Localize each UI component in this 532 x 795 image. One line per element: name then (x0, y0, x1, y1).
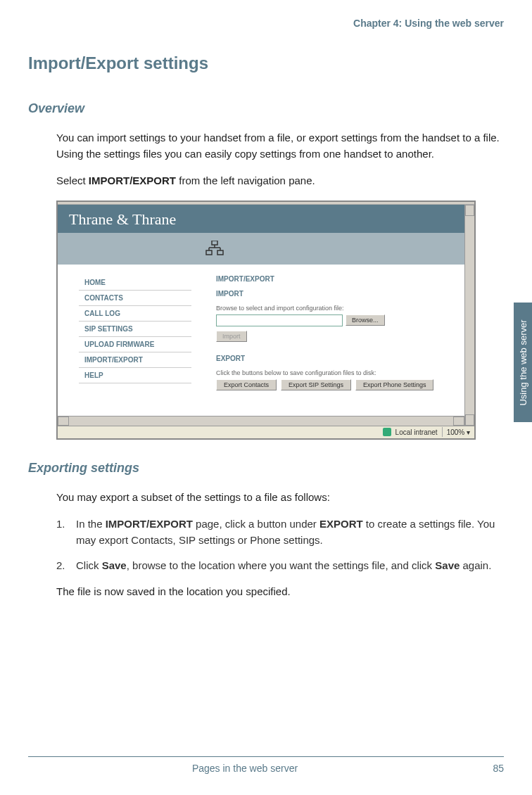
nav-contacts[interactable]: CONTACTS (79, 291, 191, 306)
footer-title: Pages in the web server (28, 763, 462, 774)
page-footer: Pages in the web server 85 (28, 756, 504, 774)
list-item: 1. In the IMPORT/EXPORT page, click a bu… (56, 516, 504, 548)
status-bar: Local intranet 100% ▾ (58, 426, 474, 438)
export-contacts-button[interactable]: Export Contacts (216, 379, 277, 390)
sidebar-nav: HOME CONTACTS CALL LOG SIP SETTINGS UPLO… (79, 275, 191, 426)
svg-rect-1 (206, 250, 212, 255)
section-exporting-heading: Exporting settings (28, 461, 504, 476)
nav-call-log[interactable]: CALL LOG (79, 306, 191, 322)
footer-page-number: 85 (462, 763, 504, 774)
export-sip-button[interactable]: Export SIP Settings (281, 379, 351, 390)
svg-rect-2 (217, 250, 223, 255)
section-overview-heading: Overview (28, 101, 504, 116)
zone-icon (383, 428, 391, 436)
exporting-paragraph-1: You may export a subset of the settings … (56, 490, 504, 506)
exporting-steps: 1. In the IMPORT/EXPORT page, click a bu… (56, 516, 504, 574)
import-button[interactable]: Import (216, 331, 247, 342)
svg-rect-0 (212, 241, 217, 245)
status-zoom: 100% ▾ (447, 428, 470, 436)
content-panel: IMPORT/EXPORT IMPORT Browse to select an… (191, 275, 474, 426)
vertical-scrollbar[interactable] (464, 205, 474, 426)
status-zone: Local intranet (395, 428, 438, 436)
network-icon (205, 241, 224, 256)
nav-help[interactable]: HELP (79, 368, 191, 383)
nav-home[interactable]: HOME (79, 275, 191, 291)
side-tab: Using the web server (514, 303, 532, 422)
nav-import-export[interactable]: IMPORT/EXPORT (79, 352, 191, 368)
nav-sip-settings[interactable]: SIP SETTINGS (79, 322, 191, 337)
import-label: Browse to select and import configuratio… (216, 305, 457, 312)
browse-button[interactable]: Browse... (346, 314, 385, 326)
overview-paragraph-1: You can import settings to your handset … (56, 130, 504, 162)
export-label: Click the buttons below to save configur… (216, 369, 457, 376)
overview-paragraph-2: Select IMPORT/EXPORT from the left navig… (56, 173, 504, 189)
nav-upload-firmware[interactable]: UPLOAD FIRMWARE (79, 337, 191, 352)
app-brand-header: Thrane & Thrane (58, 205, 474, 233)
page-title: Import/Export settings (28, 53, 504, 73)
exporting-paragraph-end: The file is now saved in the location yo… (56, 584, 504, 600)
export-heading: EXPORT (216, 355, 457, 362)
app-subheader (58, 233, 474, 265)
list-item: 2. Click Save, browse to the location wh… (56, 558, 504, 574)
screenshot-container: Thrane & Thrane HOME CONTACTS CALL LOG (56, 201, 476, 440)
file-path-input[interactable] (216, 314, 343, 326)
import-heading: IMPORT (216, 290, 457, 298)
content-title: IMPORT/EXPORT (216, 275, 457, 283)
chapter-header: Chapter 4: Using the web server (28, 18, 504, 29)
export-phone-button[interactable]: Export Phone Settings (355, 379, 434, 390)
horizontal-scrollbar[interactable] (58, 416, 464, 426)
